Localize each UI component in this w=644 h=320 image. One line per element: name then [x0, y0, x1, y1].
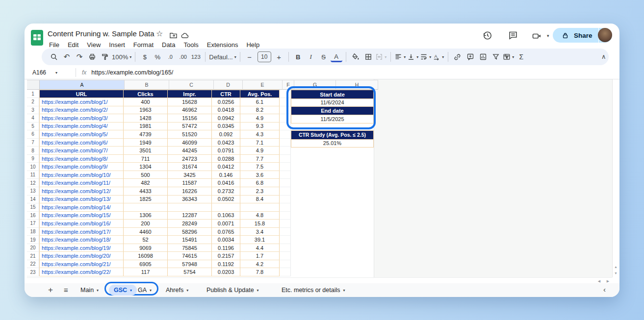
name-box[interactable]: A166 ▾ [25, 69, 72, 76]
show-side-panel-icon[interactable]: ‹ [603, 285, 606, 294]
column-header-d[interactable]: D [214, 80, 243, 90]
cell-avgpos[interactable]: 9.3 [240, 123, 280, 131]
scroll-up-icon[interactable]: ▲ [614, 265, 618, 270]
cell-impr[interactable]: 15628 [168, 98, 212, 106]
cell-clicks[interactable]: 117 [124, 268, 168, 276]
cell-f[interactable] [280, 147, 291, 155]
cell-g[interactable] [291, 236, 332, 244]
paint-format-button[interactable] [99, 51, 111, 63]
cell-g[interactable] [291, 196, 332, 204]
cell-impr[interactable]: 16226 [168, 187, 212, 196]
format-percent-button[interactable]: % [152, 51, 163, 63]
cell-h[interactable] [332, 123, 374, 131]
cell-h[interactable] [332, 187, 374, 196]
sheet-tab-etc-metrics[interactable]: Etc. metrics or details▾ [282, 285, 345, 295]
cell-avgpos[interactable]: 39.1 [240, 236, 280, 244]
cell-h[interactable] [332, 252, 374, 260]
cell-url[interactable]: https://example.com/blog/12/ [39, 187, 124, 196]
cell-avgpos[interactable]: 7.7 [240, 155, 280, 163]
row-number[interactable]: 7 [27, 139, 39, 147]
row-number[interactable]: 8 [27, 147, 39, 155]
cell-clicks[interactable]: 1825 [124, 196, 168, 204]
cell-g[interactable] [291, 244, 332, 252]
cell-avgpos[interactable]: 7.5 [240, 163, 280, 171]
cell-f[interactable] [280, 228, 291, 236]
menu-data[interactable]: Data [160, 41, 177, 49]
create-filter-button[interactable] [490, 51, 502, 63]
cell-impr[interactable]: 44245 [168, 147, 212, 155]
cell-url[interactable]: https://example.com/blog/17/ [39, 228, 124, 236]
cell-clicks[interactable]: 16098 [124, 252, 168, 260]
cell-clicks[interactable]: 1304 [124, 163, 168, 171]
cell-h[interactable] [332, 260, 374, 269]
cell-impr[interactable]: 58296 [168, 228, 212, 236]
sheets-logo-icon[interactable] [30, 29, 44, 46]
cell-url[interactable]: https://example.com/blog/11/ [39, 179, 124, 187]
vertical-align-button[interactable]: ▾ [407, 51, 419, 63]
cell-ctr[interactable]: 0.0345 [212, 123, 240, 131]
borders-button[interactable] [362, 51, 374, 63]
cell-avgpos[interactable]: 3.4 [240, 228, 280, 236]
cell-f[interactable] [280, 163, 291, 171]
ctr-study-header-cell[interactable]: CTR Study (Avg. Pos. ≤ 2.5) [291, 131, 373, 139]
cell-ctr[interactable]: 0.1192 [212, 260, 240, 269]
cell-clicks[interactable]: 1963 [124, 106, 168, 115]
print-button[interactable] [86, 51, 98, 63]
cell-impr[interactable]: 15491 [168, 236, 212, 244]
row-number[interactable]: 9 [27, 155, 39, 163]
zoom-select[interactable]: 100%▾ [112, 51, 131, 63]
cell-f[interactable] [280, 155, 291, 163]
cell-clicks[interactable]: 482 [124, 179, 168, 187]
filter-views-button[interactable]: ▾ [503, 51, 515, 63]
end-date-header-cell[interactable]: End date [291, 107, 373, 115]
cell-f[interactable] [280, 179, 291, 187]
cell-impr[interactable]: 51520 [168, 130, 212, 139]
increase-font-size-button[interactable]: + [273, 51, 285, 63]
cell-avgpos[interactable]: 7.8 [240, 268, 280, 276]
cell-url[interactable]: https://example.com/blog/14/ [39, 203, 124, 212]
row-number[interactable]: 20 [27, 244, 39, 252]
row-number[interactable]: 4 [27, 114, 39, 123]
row-number[interactable]: 23 [27, 268, 39, 276]
cell-f[interactable] [280, 268, 291, 276]
row-number[interactable]: 1 [27, 90, 39, 98]
header-cell-ctr[interactable]: CTR [212, 90, 240, 98]
cell-h[interactable] [332, 236, 374, 244]
cell-clicks[interactable]: 6905 [124, 260, 168, 269]
cell-url[interactable]: https://example.com/blog/19/ [39, 244, 124, 252]
toolbar-collapse-button[interactable]: ∧ [601, 53, 606, 60]
row-number[interactable]: 19 [27, 236, 39, 244]
cell-clicks[interactable]: 200 [124, 220, 168, 228]
cell-impr[interactable]: 3425 [168, 171, 212, 179]
decrease-decimal-button[interactable]: .0 [164, 51, 176, 63]
text-rotate-button[interactable]: A▾ [433, 51, 444, 63]
insert-chart-button[interactable] [477, 51, 489, 63]
chevron-down-icon[interactable]: ▾ [55, 71, 57, 75]
cell-h[interactable] [332, 244, 374, 252]
cell-avgpos[interactable]: 4.4 [240, 244, 280, 252]
text-wrap-button[interactable]: ▾ [420, 51, 432, 63]
cell-ctr[interactable]: 0.0034 [212, 236, 240, 244]
cell-g[interactable] [291, 268, 332, 276]
cell-ctr[interactable]: 0.0071 [212, 220, 240, 228]
cell-ctr[interactable]: 0.0288 [212, 155, 240, 163]
cell-avgpos[interactable]: 6.1 [240, 98, 280, 106]
cell-f[interactable] [280, 114, 291, 123]
row-number[interactable]: 11 [27, 171, 39, 179]
cell-f[interactable] [280, 139, 291, 147]
cell-g[interactable] [291, 179, 332, 187]
cell-clicks[interactable]: 1428 [124, 114, 168, 123]
cell-url[interactable]: https://example.com/blog/1/ [39, 98, 124, 106]
cell-f[interactable] [280, 212, 291, 220]
meet-dropdown-icon[interactable]: ▾ [547, 33, 549, 38]
cell-clicks[interactable]: 4739 [124, 130, 168, 139]
cell-g[interactable] [291, 147, 332, 155]
menu-extensions[interactable]: Extensions [205, 41, 240, 49]
cell-url[interactable]: https://example.com/blog/20/ [39, 252, 124, 260]
cell-h[interactable] [332, 196, 374, 204]
cell-ctr[interactable]: 0.1196 [212, 244, 240, 252]
cell-h[interactable] [332, 163, 374, 171]
cell-h[interactable] [332, 268, 374, 276]
cell-ctr[interactable]: 0.1063 [212, 212, 240, 220]
cell-clicks[interactable]: 1981 [124, 123, 168, 131]
